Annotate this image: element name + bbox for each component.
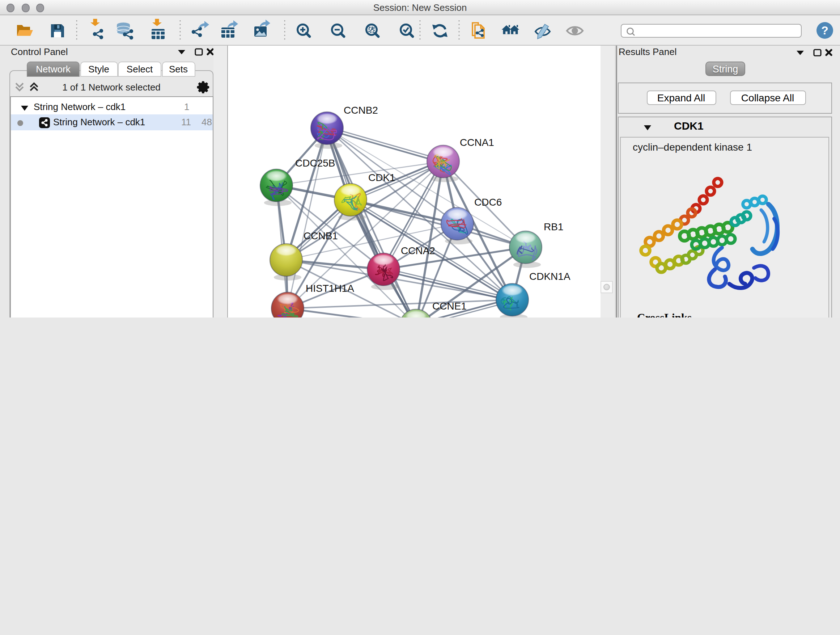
svg-text:CDKN1A: CDKN1A: [529, 271, 570, 282]
svg-text:CCNB1: CCNB1: [303, 230, 338, 241]
svg-text:CCNB2: CCNB2: [344, 105, 378, 116]
svg-text:CCNE1: CCNE1: [432, 301, 467, 312]
svg-text:CCNA1: CCNA1: [460, 137, 494, 148]
svg-text:HIST1H1A: HIST1H1A: [306, 283, 354, 294]
svg-text:RB1: RB1: [544, 221, 563, 233]
svg-text:?: ?: [821, 24, 829, 37]
svg-text:CCNA2: CCNA2: [401, 245, 435, 256]
svg-text:CDK1: CDK1: [368, 172, 395, 183]
svg-text:CDC6: CDC6: [474, 196, 502, 208]
svg-text:CDC25B: CDC25B: [295, 157, 335, 169]
